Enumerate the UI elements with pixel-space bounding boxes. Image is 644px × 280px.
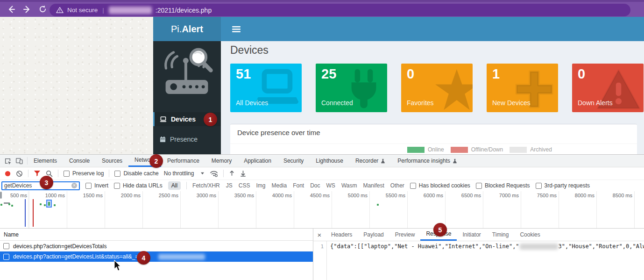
- tab-recorder[interactable]: Recorder: [349, 155, 391, 167]
- brand-prefix: Pi.: [171, 24, 182, 35]
- tick-label: 4500 ms: [295, 193, 330, 198]
- divider: [28, 170, 28, 177]
- request-detail-tabbar: × Headers Payload Preview Response Initi…: [313, 229, 644, 241]
- legend-archived[interactable]: Archived: [510, 146, 552, 153]
- legend-online[interactable]: Online: [407, 146, 444, 153]
- network-toolbar: Preserve log Disable cache No throttling: [0, 167, 644, 180]
- waterfall-dot: [11, 205, 13, 207]
- tab-cookies[interactable]: Cookies: [514, 229, 545, 241]
- address-bar[interactable]: Not secure | :20211/devices.php: [50, 4, 630, 16]
- filter-type-other[interactable]: Other: [390, 182, 404, 189]
- network-conditions-icon[interactable]: [210, 170, 218, 177]
- tab-elements[interactable]: Elements: [28, 155, 63, 167]
- filter-type-fetch-xhr[interactable]: Fetch/XHR: [192, 182, 220, 189]
- url-separator: |: [102, 7, 104, 14]
- filter-type-wasm[interactable]: Wasm: [341, 182, 357, 189]
- tab-security[interactable]: Security: [277, 155, 310, 167]
- checkbox: [114, 183, 120, 189]
- tick-label: 6500 ms: [446, 193, 481, 198]
- tab-lighthouse[interactable]: Lighthouse: [310, 155, 349, 167]
- disable-cache-checkbox[interactable]: Disable cache: [114, 170, 158, 177]
- filter-type-css[interactable]: CSS: [239, 182, 250, 189]
- card-label: Favorites: [407, 99, 434, 107]
- reload-icon[interactable]: [38, 5, 47, 14]
- devtools-tabbar: Elements Console Sources Network Perform…: [0, 155, 644, 167]
- card-down-alerts[interactable]: 0 Down Alerts: [572, 64, 644, 112]
- network-overview-timeline[interactable]: 500 ms 1000 ms 1500 ms 2000 ms 2500 ms 3…: [0, 191, 644, 229]
- filter-funnel-icon[interactable]: [34, 170, 41, 177]
- filter-type-ws[interactable]: WS: [326, 182, 335, 189]
- url-path: :20211/devices.php: [156, 7, 212, 14]
- hide-data-urls-checkbox[interactable]: Hide data URLs: [114, 182, 163, 189]
- filter-type-font[interactable]: Font: [293, 182, 304, 189]
- legend-archived-label: Archived: [530, 146, 552, 153]
- blocked-requests-checkbox[interactable]: Blocked Requests: [476, 182, 530, 189]
- forward-icon[interactable]: [22, 5, 32, 14]
- filter-type-js[interactable]: JS: [226, 182, 233, 189]
- tab-memory[interactable]: Memory: [205, 155, 238, 167]
- tab-performance[interactable]: Performance: [161, 155, 205, 167]
- annotation-step-5: 5: [433, 223, 447, 237]
- network-bottom-split: Name devices.php?action=getDevicesTotals…: [0, 229, 644, 280]
- invert-checkbox[interactable]: Invert: [85, 182, 108, 189]
- filter-input-value: getDevices: [4, 182, 32, 189]
- card-connected[interactable]: 25 Connected: [316, 64, 387, 112]
- request-row-devices-list[interactable]: devices.php?action=getDevicesList&status…: [0, 251, 313, 262]
- tab-console[interactable]: Console: [63, 155, 96, 167]
- tab-application[interactable]: Application: [238, 155, 277, 167]
- clear-button[interactable]: [16, 170, 23, 177]
- tab-initiator[interactable]: Initiator: [457, 229, 486, 241]
- filter-type-all[interactable]: All: [168, 181, 181, 190]
- close-icon[interactable]: ×: [313, 229, 326, 241]
- preserve-log-checkbox[interactable]: Preserve log: [64, 170, 104, 177]
- sidebar-item-presence-label: Presence: [170, 136, 198, 143]
- hamburger-menu-icon[interactable]: [232, 26, 241, 32]
- response-viewer[interactable]: 1 {"data":[["laptop","Net - Huawei","Int…: [313, 241, 644, 280]
- checkbox[interactable]: [3, 254, 9, 260]
- sidebar-item-presence[interactable]: Presence: [153, 132, 221, 146]
- record-button[interactable]: [5, 171, 11, 177]
- tab-sources[interactable]: Sources: [96, 155, 128, 167]
- waterfall-dot: [54, 204, 56, 206]
- throttling-select[interactable]: No throttling: [164, 170, 205, 177]
- chevron-down-icon: [200, 172, 205, 175]
- card-value: 51: [236, 66, 251, 82]
- request-row-totals[interactable]: devices.php?action=getDevicesTotals: [0, 241, 313, 251]
- legend-online-label: Online: [428, 146, 444, 153]
- annotation-step-3: 3: [40, 176, 53, 189]
- request-list-header[interactable]: Name: [0, 229, 313, 241]
- has-blocked-cookies-checkbox[interactable]: Has blocked cookies: [410, 182, 470, 189]
- filter-type-manifest[interactable]: Manifest: [363, 182, 384, 189]
- tab-payload[interactable]: Payload: [358, 229, 389, 241]
- app-header: Run: Plugins Syn (28,: [221, 17, 644, 41]
- filter-type-media[interactable]: Media: [271, 182, 287, 189]
- device-toolbar-icon[interactable]: [15, 157, 23, 165]
- divider: [186, 182, 187, 189]
- tab-headers[interactable]: Headers: [326, 229, 358, 241]
- export-har-icon[interactable]: [240, 170, 246, 177]
- legend-offline[interactable]: Offline/Down: [451, 146, 503, 153]
- redacted-host: [109, 7, 152, 14]
- experiment-flask-icon: [453, 158, 457, 164]
- tab-performance-insights[interactable]: Performance insights: [391, 155, 463, 167]
- clear-filter-icon[interactable]: ×: [71, 183, 77, 188]
- filter-type-doc[interactable]: Doc: [310, 182, 320, 189]
- tab-timing[interactable]: Timing: [487, 229, 515, 241]
- app-logo[interactable]: Pi.Alert: [153, 17, 221, 41]
- domcontentloaded-marker: [25, 199, 26, 227]
- tick-label: 7000 ms: [484, 193, 519, 198]
- timeline-scroll-notch[interactable]: [0, 192, 2, 199]
- card-new-devices[interactable]: 1 New Devices: [487, 64, 558, 112]
- tick-label: 500 ms: [0, 193, 27, 198]
- filter-type-img[interactable]: Img: [256, 182, 265, 189]
- tab-preview[interactable]: Preview: [389, 229, 421, 241]
- card-all-devices[interactable]: 51 All Devices: [230, 64, 302, 112]
- inspect-element-icon[interactable]: [4, 157, 12, 165]
- annotation-step-1: 1: [204, 113, 217, 126]
- third-party-requests-checkbox[interactable]: 3rd-party requests: [536, 182, 590, 189]
- card-label: All Devices: [236, 99, 268, 107]
- checkbox[interactable]: [3, 243, 9, 249]
- card-favorites[interactable]: 0 Favorites: [401, 64, 473, 112]
- import-har-icon[interactable]: [229, 170, 235, 177]
- back-icon[interactable]: [7, 5, 16, 14]
